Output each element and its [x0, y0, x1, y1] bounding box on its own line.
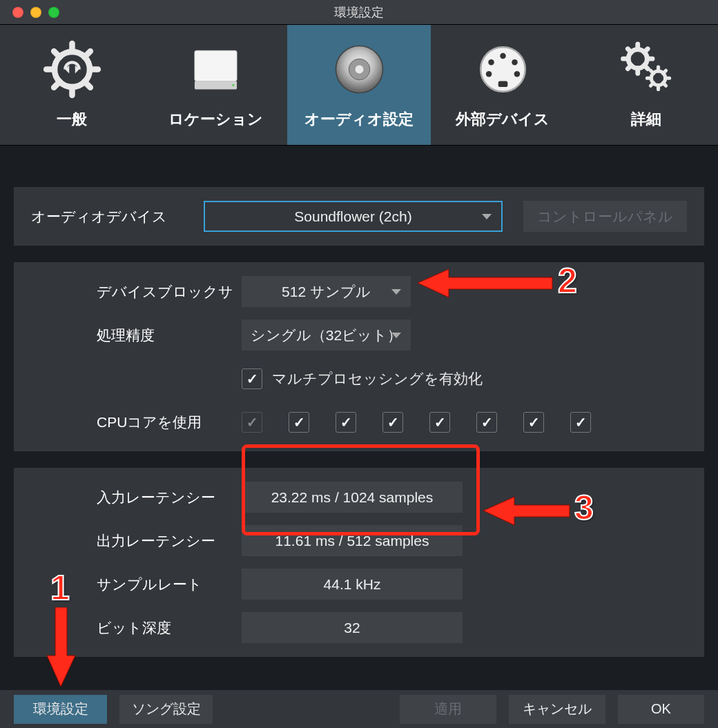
precision-select[interactable]: シングル（32ビット）	[242, 319, 411, 351]
precision-label: 処理精度	[31, 326, 242, 345]
titlebar: 環境設定	[0, 0, 718, 25]
audio-device-label: オーディオデバイス	[31, 207, 183, 226]
window-title: 環境設定	[0, 4, 718, 21]
input-latency-value: 23.22 ms / 1024 samples	[242, 482, 463, 513]
cpu-core-1-checkbox[interactable]	[242, 412, 262, 433]
tab-external-label: 外部デバイス	[456, 109, 550, 130]
bit-depth-value: 32	[242, 612, 463, 643]
cpu-core-3-checkbox[interactable]	[336, 412, 356, 433]
bit-depth-label: ビット深度	[31, 618, 242, 638]
output-latency-value: 11.61 ms / 512 samples	[242, 525, 463, 556]
tab-audio-label: オーディオ設定	[304, 109, 414, 130]
sample-rate-value: 44.1 kHz	[242, 569, 463, 600]
svg-point-10	[500, 53, 506, 59]
processing-panel: デバイスブロックサ 512 サンプル 処理精度 シングル（32ビット） マルチプ…	[14, 262, 704, 451]
ok-button[interactable]: OK	[618, 695, 704, 724]
svg-point-8	[355, 66, 363, 74]
input-latency-label: 入力レーテンシー	[31, 488, 242, 507]
tab-general-label: 一般	[57, 109, 87, 130]
audio-device-panel: オーディオデバイス Soundflower (2ch) コントロールパネル	[14, 187, 704, 246]
cpu-cores-row	[242, 412, 601, 433]
sample-rate-label: サンプルレート	[31, 575, 242, 594]
svg-point-14	[514, 71, 520, 77]
audio-device-select[interactable]: Soundflower (2ch)	[204, 201, 503, 232]
gears-icon	[617, 40, 676, 99]
tab-audio[interactable]: オーディオ設定	[287, 25, 431, 145]
gear-refresh-icon	[43, 40, 101, 99]
speaker-icon	[330, 40, 389, 99]
env-settings-tab[interactable]: 環境設定	[14, 695, 107, 724]
chevron-down-icon	[391, 333, 401, 338]
cpu-core-2-checkbox[interactable]	[289, 412, 309, 433]
cpu-core-8-checkbox[interactable]	[570, 412, 591, 433]
block-size-label: デバイスブロックサ	[31, 282, 242, 302]
preferences-toolbar: 一般 ロケーション	[0, 25, 718, 146]
svg-rect-3	[194, 50, 236, 81]
multiproc-checkbox[interactable]	[242, 368, 262, 389]
cpu-cores-label: CPUコアを使用	[31, 413, 242, 432]
chevron-down-icon	[391, 289, 401, 295]
tab-advanced[interactable]: 詳細	[574, 25, 718, 145]
svg-point-11	[488, 59, 494, 66]
tab-general[interactable]: 一般	[0, 25, 144, 145]
apply-button[interactable]: 適用	[400, 695, 496, 724]
svg-point-13	[485, 71, 492, 77]
output-latency-label: 出力レーテンシー	[31, 531, 242, 551]
audio-device-value: Soundflower (2ch)	[294, 208, 411, 225]
footer: 環境設定 ソング設定 適用 キャンセル OK	[0, 690, 718, 728]
control-panel-button: コントロールパネル	[523, 201, 687, 232]
cpu-core-5-checkbox[interactable]	[429, 412, 450, 433]
cpu-core-6-checkbox[interactable]	[476, 412, 497, 433]
cpu-core-4-checkbox[interactable]	[382, 412, 403, 433]
cancel-button[interactable]: キャンセル	[509, 695, 605, 724]
svg-point-5	[232, 84, 234, 86]
svg-rect-15	[498, 81, 507, 88]
multiproc-label: マルチプロセッシングを有効化	[272, 369, 483, 388]
tab-advanced-label: 詳細	[631, 109, 661, 130]
chevron-down-icon	[482, 214, 492, 219]
cpu-core-7-checkbox[interactable]	[523, 412, 544, 433]
tab-location-label: ロケーション	[168, 109, 263, 130]
content: オーディオデバイス Soundflower (2ch) コントロールパネル デバ…	[0, 146, 718, 687]
midi-icon	[474, 40, 532, 99]
tab-location[interactable]: ロケーション	[144, 25, 287, 145]
svg-point-12	[512, 59, 518, 66]
tab-external[interactable]: 外部デバイス	[431, 25, 574, 145]
block-size-value: 512 サンプル	[282, 282, 371, 302]
drive-icon	[186, 40, 245, 99]
song-settings-tab[interactable]: ソング設定	[119, 695, 213, 724]
precision-value: シングル（32ビット）	[251, 326, 402, 345]
svg-rect-4	[194, 81, 236, 90]
block-size-select[interactable]: 512 サンプル	[242, 276, 411, 307]
latency-panel: 入力レーテンシー 23.22 ms / 1024 samples 出力レーテンシ…	[14, 468, 704, 657]
